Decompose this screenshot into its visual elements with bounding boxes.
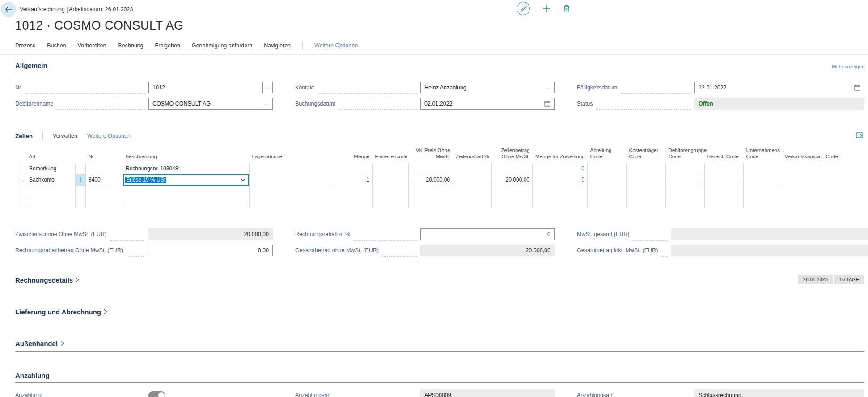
lines-title: Zeilen <box>15 133 33 139</box>
show-more-link[interactable]: Mehr anzeigen <box>832 64 864 69</box>
faelligkeitsdatum-input[interactable]: 12.01.2022 <box>694 82 864 93</box>
dotted-leader <box>354 236 417 241</box>
kontakt-input[interactable]: Heinz Anzahlung ··· <box>420 82 555 93</box>
col-menge[interactable]: Menge <box>334 147 373 163</box>
section-toggle-aussenhandel[interactable]: Außenhandel <box>15 340 64 347</box>
cell-zeilenbetrag[interactable] <box>492 163 533 174</box>
cell-debitorengruppe[interactable] <box>666 174 705 186</box>
rechnungsrabatt-prozent-input[interactable]: 0 <box>420 228 555 240</box>
status-badge: Offen <box>699 101 713 107</box>
col-verkaufskampagne[interactable]: Verkaufskampa... Code <box>782 147 868 163</box>
cell-art[interactable]: Sachkonto <box>26 174 76 186</box>
col-nr[interactable]: Nr. <box>86 147 123 163</box>
new-button[interactable] <box>542 4 550 13</box>
menu-item-navigieren[interactable]: Navigieren <box>264 42 291 49</box>
cell-abteilung[interactable] <box>588 174 627 186</box>
col-menge-zuweisung[interactable]: Menge für Zuweisung <box>533 147 588 163</box>
col-unternehmens[interactable]: Unternehmens... Code <box>744 147 782 163</box>
nr-input[interactable]: 1012 <box>148 82 260 93</box>
col-einheitencode[interactable]: Einheitencode <box>373 147 409 163</box>
cell-lagerortcode[interactable] <box>250 163 334 174</box>
delete-button[interactable] <box>563 4 570 13</box>
menu-item-prozess[interactable]: Prozess <box>15 42 35 49</box>
rechnungsrabattbetrag-input[interactable]: 0,00 <box>148 245 273 256</box>
section-title-anzahlung: Anzahlung <box>15 372 50 379</box>
cell-nr[interactable]: 8400 <box>86 174 123 186</box>
menu-item-buchen[interactable]: Buchen <box>47 42 66 49</box>
anzahlung-toggle[interactable] <box>148 391 165 397</box>
beschreibung-combobox[interactable]: Erlöse 19 % USt <box>123 174 249 186</box>
row-marker-cell <box>18 163 26 174</box>
col-beschreibung[interactable]: Beschreibung <box>123 147 250 163</box>
kontakt-assist-icon[interactable]: ··· <box>545 84 550 91</box>
plus-icon <box>542 4 550 13</box>
nr-assist-button[interactable]: ··· <box>262 82 273 93</box>
cell-vk-preis[interactable] <box>409 163 453 174</box>
cell-kostentraeger[interactable] <box>627 174 666 186</box>
col-art[interactable]: Art <box>26 147 76 163</box>
field-label-anzahlungsnr: Anzahlungsnr. <box>295 392 330 397</box>
field-buchungsdatum: Buchungsdatum 02.01.2022 <box>295 97 555 110</box>
menu-item-weitere-optionen[interactable]: Weitere Optionen <box>314 42 358 49</box>
cell-einheitencode[interactable] <box>373 163 409 174</box>
cell-menge[interactable] <box>334 163 373 174</box>
col-lagerortcode[interactable]: Lagerortcode <box>250 147 334 163</box>
menu-item-vorbereiten[interactable]: Vorbereiten <box>78 42 106 49</box>
cell-kostentraeger[interactable] <box>627 163 666 174</box>
cell-verkaufskampagne[interactable] <box>782 163 868 174</box>
combobox-selected-text: Erlöse 19 % USt <box>125 177 166 183</box>
cell-beschreibung[interactable]: Rechnungsnr. 103048: <box>123 163 250 174</box>
cell-debitorengruppe[interactable] <box>666 163 705 174</box>
field-label-anzahlung: Anzahlung <box>15 392 42 397</box>
cell-bereich[interactable] <box>705 163 744 174</box>
debitorenname-input[interactable]: COSMO CONSULT AG ··· <box>148 98 273 110</box>
lines-menu-weitere-optionen[interactable]: Weitere Optionen <box>87 133 131 139</box>
col-debitorengruppe[interactable]: Debitorengruppe Code <box>666 147 705 163</box>
col-vk-preis[interactable]: VK-Preis Ohne MwSt. <box>409 147 453 163</box>
cell-abteilung[interactable] <box>588 163 627 174</box>
cell-unternehmens[interactable] <box>744 163 782 174</box>
debitorenname-assist-icon[interactable]: ··· <box>263 101 269 107</box>
cell-lagerortcode[interactable] <box>250 174 334 186</box>
col-abteilung[interactable]: Abteilung Code <box>588 147 627 163</box>
section-toggle-rechnungsdetails[interactable]: Rechnungsdetails <box>15 276 79 284</box>
cell-unternehmens[interactable] <box>744 174 782 186</box>
calendar-icon[interactable] <box>544 101 550 107</box>
cell-verkaufskampagne[interactable] <box>782 174 868 186</box>
lines-divider <box>42 132 43 140</box>
menu-item-rechnung[interactable]: Rechnung <box>118 42 144 49</box>
field-gesamtbetrag-ohne: Gesamtbetrag ohne MwSt. (EUR) 20.000,00 <box>295 244 555 257</box>
field-label-status: Status <box>577 101 593 107</box>
section-toggle-lieferung[interactable]: Lieferung und Abrechnung <box>15 308 107 316</box>
cell-menge-zuweisung-link[interactable]: 0 <box>533 174 588 186</box>
back-button[interactable] <box>1 2 16 17</box>
col-kostentraeger[interactable]: Kostenträger Code <box>627 147 666 163</box>
cell-bereich[interactable] <box>705 174 744 186</box>
calendar-icon[interactable] <box>854 84 860 91</box>
buchungsdatum-input[interactable]: 02.01.2022 <box>420 98 555 110</box>
cell-zeilenbetrag[interactable]: 20.000,00 <box>492 174 533 186</box>
field-label-faelligkeitsdatum: Fälligkeitsdatum <box>577 84 617 91</box>
field-label-rechnungsrabattbetrag: Rechnungsrabattbetrag Ohne MwSt. (EUR) <box>15 247 123 253</box>
col-bereich[interactable]: Bereich Code <box>705 147 744 163</box>
cell-vk-preis[interactable]: 20.000,00 <box>409 174 453 186</box>
cell-einheitencode[interactable] <box>373 174 409 186</box>
cell-zeilenrabatt[interactable] <box>453 174 492 186</box>
menu-item-freigeben[interactable]: Freigeben <box>155 42 180 49</box>
cell-menge[interactable]: 1 <box>334 174 373 186</box>
lines-menu-verwalten[interactable]: Verwalten <box>53 133 77 139</box>
field-label-gesamtbetrag-inkl: Gesamtbetrag inkl. MwSt. (EUR) <box>577 247 658 253</box>
cell-zeilenrabatt[interactable] <box>453 163 492 174</box>
anzahlungsart-value: Schlussrechnung <box>694 389 864 397</box>
col-zeilenbetrag[interactable]: Zeilenbetrag Ohne MwSt. <box>492 147 533 163</box>
lines-table: Art Nr. Beschreibung Lagerortcode Menge … <box>18 147 868 208</box>
menu-item-genehmigung[interactable]: Genehmigung anfordern <box>192 42 253 49</box>
row-kebab-menu-icon[interactable]: ⋮ <box>76 174 86 186</box>
cell-menge-zuweisung-link[interactable]: 0 <box>533 163 588 174</box>
focus-mode-icon[interactable] <box>856 132 863 138</box>
section-allgemein: Allgemein Mehr anzeigen Nr. 1012 ··· Kon… <box>15 62 864 110</box>
cell-nr[interactable] <box>86 163 123 174</box>
edit-button[interactable] <box>517 2 530 15</box>
col-zeilenrabatt[interactable]: Zeilenrabatt % <box>453 147 492 163</box>
cell-art[interactable]: Bemerkung <box>26 163 76 174</box>
